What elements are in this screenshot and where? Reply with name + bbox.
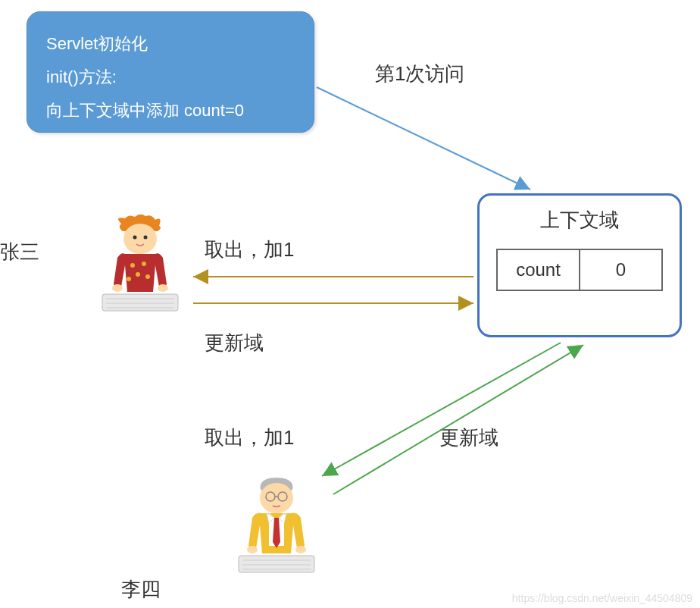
svg-point-9 [158, 284, 168, 292]
svg-point-18 [247, 546, 258, 553]
count-value: 0 [580, 250, 661, 290]
svg-point-19 [295, 546, 306, 553]
label-user1-name: 张三 [0, 239, 39, 265]
svg-point-3 [130, 263, 135, 268]
watermark: https://blog.csdn.net/weixin_44504809 [512, 592, 692, 604]
user1-icon [91, 212, 189, 326]
arrow-fetch-user2 [322, 343, 561, 476]
svg-point-6 [145, 274, 150, 279]
label-user2-name: 李四 [121, 576, 161, 603]
count-key: count [498, 250, 580, 290]
label-fetch-add-2: 取出，加1 [205, 425, 294, 451]
svg-point-7 [127, 277, 131, 281]
count-table: count 0 [496, 249, 663, 291]
svg-point-0 [123, 224, 157, 254]
servlet-line3: 向上下文域中添加 count=0 [46, 94, 295, 127]
svg-point-8 [112, 284, 123, 292]
label-fetch-add-1: 取出，加1 [205, 237, 294, 263]
servlet-line1: Servlet初始化 [46, 27, 295, 61]
svg-rect-20 [239, 556, 314, 572]
svg-point-14 [260, 483, 293, 513]
svg-rect-10 [102, 294, 178, 311]
context-domain-box: 上下文域 count 0 [477, 193, 682, 337]
label-first-visit: 第1次访问 [375, 61, 464, 87]
context-title: 上下文域 [495, 207, 664, 233]
svg-point-5 [136, 272, 140, 277]
svg-point-4 [142, 262, 146, 266]
user2-icon [227, 474, 326, 588]
label-update-2: 更新域 [439, 425, 498, 451]
servlet-init-box: Servlet初始化 init()方法: 向上下文域中添加 count=0 [27, 11, 314, 133]
svg-point-2 [144, 236, 148, 240]
label-update-1: 更新域 [205, 330, 264, 356]
svg-point-1 [133, 236, 137, 240]
arrow-init-to-context [317, 87, 530, 190]
servlet-line2: init()方法: [46, 61, 295, 94]
arrow-update-user2 [333, 345, 583, 494]
